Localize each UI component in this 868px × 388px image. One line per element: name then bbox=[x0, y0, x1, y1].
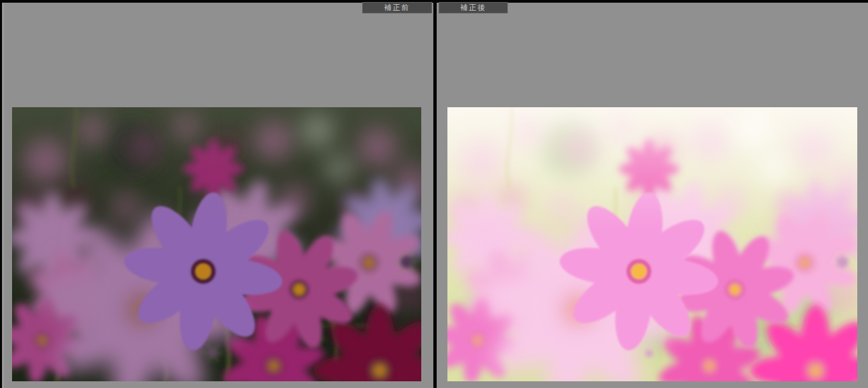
before-label: 補正前 bbox=[362, 2, 432, 13]
panel-divider bbox=[433, 0, 437, 388]
before-label-text: 補正前 bbox=[384, 3, 411, 11]
before-photo-canvas bbox=[12, 107, 421, 381]
before-photo[interactable] bbox=[12, 107, 421, 381]
after-photo[interactable] bbox=[447, 107, 857, 381]
after-label-text: 補正後 bbox=[460, 3, 486, 11]
after-label: 補正後 bbox=[439, 2, 508, 13]
window-left-highlight bbox=[2, 3, 4, 388]
window-left-border bbox=[0, 0, 2, 388]
after-photo-canvas bbox=[447, 107, 857, 381]
before-after-view: 補正前 補正後 bbox=[0, 0, 868, 388]
